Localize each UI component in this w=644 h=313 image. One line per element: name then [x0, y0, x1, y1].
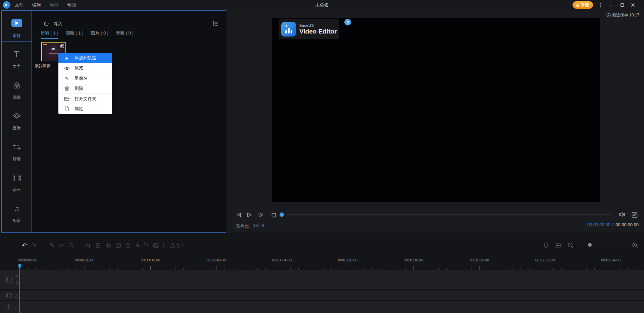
media-library-panel: 素材 T 文字 滤镜 叠附 转场 [1, 10, 226, 233]
pip-track[interactable] [0, 291, 644, 300]
context-item-delete[interactable]: 删除 [58, 83, 112, 93]
context-item-add-to-track[interactable]: + 添加到轨道 [58, 53, 112, 63]
menu-help[interactable]: 帮助 [67, 2, 76, 8]
ruler-tick [479, 266, 480, 270]
sidebar-item-music[interactable]: ♫ 配乐 [2, 204, 32, 224]
thumbnail-title-text [43, 44, 47, 45]
context-item-label: 删除 [75, 85, 83, 91]
sidebar-item-filters[interactable]: 滤镜 [2, 81, 32, 100]
text-track[interactable]: T [0, 301, 644, 313]
volume-icon[interactable] [618, 211, 626, 218]
close-window-button[interactable] [628, 0, 638, 10]
export-icon [169, 242, 176, 249]
upgrade-button[interactable]: 升级 [573, 1, 593, 9]
minimize-button[interactable] [606, 0, 615, 10]
ruler-tick [545, 266, 545, 270]
stop-button[interactable] [270, 211, 278, 219]
snapshot-tool-icon [152, 242, 159, 249]
delete-tool-icon [68, 242, 75, 249]
menu-export: 导出 [50, 2, 58, 8]
upgrade-label: 升级 [581, 2, 589, 8]
tab-image[interactable]: 图片 ( 0 ) [91, 30, 108, 39]
transition-icon [12, 142, 22, 152]
ruler-label: 00:01:04.00 [272, 258, 292, 262]
next-frame-button[interactable] [257, 211, 264, 218]
previous-frame-button[interactable] [235, 211, 242, 218]
context-item-label: 重命名 [75, 75, 88, 81]
context-menu: + 添加到轨道 预览 ✎ 重命名 删除 打开文件夹 属性 [58, 53, 112, 114]
playhead[interactable] [18, 264, 21, 313]
zoom-region-tool-icon [94, 242, 102, 249]
context-item-label: 属性 [75, 106, 83, 112]
check-circle-icon [606, 13, 611, 17]
crop-tool-icon [84, 242, 92, 249]
sidebar-item-label: 动画 [13, 187, 21, 193]
ruler-label: 00:02:24.00 [601, 258, 621, 262]
thumbnail-preview-icon[interactable] [59, 43, 65, 49]
ruler-label: 00:00:32.00 [141, 258, 160, 262]
film-icon [12, 173, 22, 183]
timeline-ruler[interactable]: 00:00:00.0000:00:16.0000:00:32.0000:00:4… [0, 255, 644, 270]
tab-video[interactable]: 视频 ( 1 ) [66, 30, 84, 39]
sidebar-item-label: 文字 [13, 64, 21, 69]
sidebar-item-label: 配乐 [13, 218, 21, 224]
ruler-tick [611, 266, 611, 270]
thumbnail-logo-icon [51, 47, 56, 51]
easeus-logo-icon [281, 22, 296, 37]
video-track-icon [5, 276, 14, 283]
ruler-tick [85, 266, 85, 270]
tab-all[interactable]: 所有 ( 1 ) [41, 30, 58, 39]
menu-edit[interactable]: 编辑 [32, 2, 41, 8]
zoom-in-icon[interactable] [631, 242, 639, 249]
sidebar-item-text[interactable]: T 文字 [2, 50, 32, 69]
export-label[interactable]: 导出 [176, 243, 185, 249]
sidebar-item-overlays[interactable]: 叠附 [2, 112, 32, 131]
toolbar-divider [42, 243, 42, 248]
import-button[interactable]: 导入 [43, 21, 62, 27]
media-filter-tabs: 所有 ( 1 ) 视频 ( 1 ) 图片 ( 0 ) 音频 ( 0 ) [41, 30, 134, 39]
playback-progress-track[interactable] [286, 214, 611, 215]
video-track[interactable] [0, 270, 644, 289]
import-label: 导入 [54, 21, 62, 27]
app-logo-icon [3, 1, 10, 9]
play-button[interactable] [245, 211, 253, 218]
more-options-button[interactable] [596, 0, 605, 10]
clip-name: 易我剪辑 [35, 63, 51, 69]
maximize-button[interactable] [617, 0, 627, 10]
timeline-zoom-slider-handle[interactable] [588, 243, 592, 247]
marker-tool-icon [542, 242, 550, 249]
sidebar-item-transitions[interactable]: 转场 [2, 142, 32, 162]
mosaic-tool-icon [104, 242, 112, 249]
menu-file[interactable]: 文件 [15, 2, 23, 8]
menu-bar: 文件 编辑 导出 帮助 [15, 0, 76, 10]
title-bar: 文件 编辑 导出 帮助 未命名 升级 [0, 0, 644, 10]
watermark-brand: EaseUS [299, 23, 337, 27]
timecode-display: 00:00:00.00/00:00:00.00 [587, 222, 639, 227]
aspect-ratio-value[interactable]: 16 : 9 [253, 223, 264, 228]
context-item-properties[interactable]: 属性 [58, 104, 112, 114]
feature-sidebar: 素材 T 文字 滤镜 叠附 转场 [2, 11, 32, 232]
zoom-out-icon[interactable] [567, 242, 574, 249]
cut-tool-icon: ✂ [58, 242, 65, 249]
filter-icon [12, 81, 22, 90]
fit-timeline-icon[interactable] [554, 242, 561, 249]
playback-progress-handle[interactable] [280, 212, 284, 217]
tab-audio[interactable]: 音频 ( 0 ) [116, 30, 134, 39]
watermark-close-icon[interactable] [344, 19, 351, 25]
undo-button[interactable]: ↶ [21, 242, 28, 249]
timeline-zoom-slider[interactable] [578, 245, 627, 245]
plus-icon: + [64, 55, 70, 61]
context-item-preview[interactable]: 预览 [58, 63, 112, 73]
total-time: 00:00:00.00 [615, 222, 639, 227]
context-item-label: 添加到轨道 [75, 55, 96, 61]
context-item-rename[interactable]: ✎ 重命名 [58, 73, 112, 83]
list-view-toggle-icon[interactable] [213, 21, 218, 26]
media-list-area: 导入 所有 ( 1 ) 视频 ( 1 ) 图片 ( 0 ) 音频 ( 0 ) 易… [32, 11, 226, 232]
context-item-open-folder[interactable]: 打开文件夹 [58, 94, 112, 104]
fullscreen-icon[interactable] [631, 211, 638, 218]
sidebar-item-animation[interactable]: 动画 [2, 173, 32, 193]
freeze-frame-tool-icon [114, 242, 122, 249]
sidebar-item-media[interactable]: 素材 [2, 19, 32, 39]
ruler-tick [150, 266, 151, 270]
sidebar-item-label: 叠附 [13, 125, 21, 131]
